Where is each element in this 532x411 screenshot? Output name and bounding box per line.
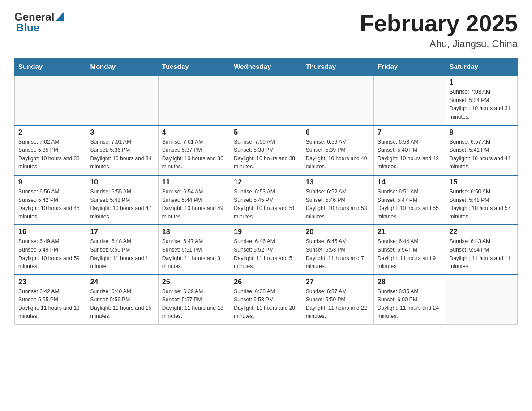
calendar-week-row: 9Sunrise: 6:56 AMSunset: 5:42 PMDaylight… <box>15 175 518 225</box>
calendar-day-19: 19Sunrise: 6:46 AMSunset: 5:52 PMDayligh… <box>230 225 302 274</box>
day-info: Sunrise: 6:37 AMSunset: 5:59 PMDaylight:… <box>306 287 370 321</box>
day-info: Sunrise: 6:47 AMSunset: 5:51 PMDaylight:… <box>162 237 226 270</box>
calendar-day-6: 6Sunrise: 6:59 AMSunset: 5:39 PMDaylight… <box>302 125 373 175</box>
day-info: Sunrise: 6:54 AMSunset: 5:44 PMDaylight:… <box>162 188 226 221</box>
calendar-day-7: 7Sunrise: 6:58 AMSunset: 5:40 PMDaylight… <box>374 125 446 175</box>
calendar-day-3: 3Sunrise: 7:01 AMSunset: 5:36 PMDaylight… <box>86 125 158 175</box>
calendar-day-24: 24Sunrise: 6:40 AMSunset: 5:56 PMDayligh… <box>86 275 158 325</box>
calendar-day-empty <box>158 75 230 125</box>
day-info: Sunrise: 6:38 AMSunset: 5:58 PMDaylight:… <box>234 287 298 321</box>
calendar-day-2: 2Sunrise: 7:02 AMSunset: 5:35 PMDaylight… <box>15 125 86 175</box>
calendar-header-tuesday: Tuesday <box>158 58 230 76</box>
calendar-header-saturday: Saturday <box>446 58 517 76</box>
day-number: 7 <box>378 128 442 137</box>
month-title: February 2025 <box>360 11 518 36</box>
calendar-day-22: 22Sunrise: 6:43 AMSunset: 5:54 PMDayligh… <box>446 225 517 274</box>
day-info: Sunrise: 6:52 AMSunset: 5:46 PMDaylight:… <box>306 188 370 221</box>
svg-marker-0 <box>56 12 64 21</box>
day-number: 8 <box>450 128 514 137</box>
day-number: 5 <box>234 128 298 137</box>
calendar-day-13: 13Sunrise: 6:52 AMSunset: 5:46 PMDayligh… <box>302 175 373 225</box>
day-info: Sunrise: 6:58 AMSunset: 5:40 PMDaylight:… <box>378 138 442 171</box>
day-info: Sunrise: 6:53 AMSunset: 5:45 PMDaylight:… <box>234 188 298 221</box>
day-info: Sunrise: 6:50 AMSunset: 5:48 PMDaylight:… <box>450 188 514 221</box>
day-info: Sunrise: 6:51 AMSunset: 5:47 PMDaylight:… <box>378 188 442 221</box>
day-number: 27 <box>306 278 370 286</box>
calendar-day-8: 8Sunrise: 6:57 AMSunset: 5:41 PMDaylight… <box>446 125 517 175</box>
day-info: Sunrise: 7:01 AMSunset: 5:37 PMDaylight:… <box>162 138 226 171</box>
calendar-day-20: 20Sunrise: 6:45 AMSunset: 5:53 PMDayligh… <box>302 225 373 274</box>
day-info: Sunrise: 6:35 AMSunset: 6:00 PMDaylight:… <box>378 287 442 321</box>
calendar-week-row: 23Sunrise: 6:42 AMSunset: 5:55 PMDayligh… <box>15 275 518 325</box>
day-number: 28 <box>378 278 442 286</box>
day-info: Sunrise: 6:42 AMSunset: 5:55 PMDaylight:… <box>18 287 82 321</box>
calendar-day-14: 14Sunrise: 6:51 AMSunset: 5:47 PMDayligh… <box>374 175 446 225</box>
day-number: 18 <box>162 228 226 236</box>
page-header: General Blue February 2025 Ahu, Jiangsu,… <box>14 11 518 50</box>
day-number: 25 <box>162 278 226 286</box>
day-number: 21 <box>378 228 442 236</box>
calendar-week-row: 16Sunrise: 6:49 AMSunset: 5:49 PMDayligh… <box>15 225 518 274</box>
calendar-header-sunday: Sunday <box>15 58 86 76</box>
day-info: Sunrise: 6:43 AMSunset: 5:54 PMDaylight:… <box>450 237 514 270</box>
calendar-day-4: 4Sunrise: 7:01 AMSunset: 5:37 PMDaylight… <box>158 125 230 175</box>
day-info: Sunrise: 6:48 AMSunset: 5:50 PMDaylight:… <box>90 237 154 270</box>
calendar-day-15: 15Sunrise: 6:50 AMSunset: 5:48 PMDayligh… <box>446 175 517 225</box>
day-number: 24 <box>90 278 154 286</box>
calendar-day-21: 21Sunrise: 6:44 AMSunset: 5:54 PMDayligh… <box>374 225 446 274</box>
calendar-day-25: 25Sunrise: 6:39 AMSunset: 5:57 PMDayligh… <box>158 275 230 325</box>
calendar-week-row: 2Sunrise: 7:02 AMSunset: 5:35 PMDaylight… <box>15 125 518 175</box>
calendar-header-friday: Friday <box>374 58 446 76</box>
day-number: 13 <box>306 178 370 186</box>
calendar-day-10: 10Sunrise: 6:55 AMSunset: 5:43 PMDayligh… <box>86 175 158 225</box>
day-info: Sunrise: 6:40 AMSunset: 5:56 PMDaylight:… <box>90 287 154 321</box>
day-number: 3 <box>90 128 154 137</box>
day-info: Sunrise: 6:46 AMSunset: 5:52 PMDaylight:… <box>234 237 298 270</box>
calendar-day-26: 26Sunrise: 6:38 AMSunset: 5:58 PMDayligh… <box>230 275 302 325</box>
calendar-day-empty <box>374 75 446 125</box>
day-info: Sunrise: 6:45 AMSunset: 5:53 PMDaylight:… <box>306 237 370 270</box>
day-number: 23 <box>18 278 82 286</box>
day-number: 22 <box>450 228 514 236</box>
day-info: Sunrise: 6:39 AMSunset: 5:57 PMDaylight:… <box>162 287 226 321</box>
logo-triangle-icon <box>56 12 64 22</box>
calendar-day-23: 23Sunrise: 6:42 AMSunset: 5:55 PMDayligh… <box>15 275 86 325</box>
calendar-day-empty <box>230 75 302 125</box>
day-number: 4 <box>162 128 226 137</box>
calendar-header-monday: Monday <box>86 58 158 76</box>
calendar-day-empty <box>302 75 373 125</box>
calendar-day-empty <box>446 275 517 325</box>
calendar-day-27: 27Sunrise: 6:37 AMSunset: 5:59 PMDayligh… <box>302 275 373 325</box>
day-number: 1 <box>450 78 514 86</box>
day-info: Sunrise: 7:02 AMSunset: 5:35 PMDaylight:… <box>18 138 82 171</box>
calendar-table: SundayMondayTuesdayWednesdayThursdayFrid… <box>14 58 518 325</box>
calendar-header-row: SundayMondayTuesdayWednesdayThursdayFrid… <box>15 58 518 76</box>
calendar-day-empty <box>15 75 86 125</box>
calendar-day-5: 5Sunrise: 7:00 AMSunset: 5:38 PMDaylight… <box>230 125 302 175</box>
title-area: February 2025 Ahu, Jiangsu, China <box>360 11 518 50</box>
logo: General Blue <box>14 11 64 34</box>
day-number: 11 <box>162 178 226 186</box>
location-title: Ahu, Jiangsu, China <box>360 38 518 50</box>
day-info: Sunrise: 7:00 AMSunset: 5:38 PMDaylight:… <box>234 138 298 171</box>
calendar-header-thursday: Thursday <box>302 58 373 76</box>
calendar-day-11: 11Sunrise: 6:54 AMSunset: 5:44 PMDayligh… <box>158 175 230 225</box>
day-number: 17 <box>90 228 154 236</box>
day-number: 10 <box>90 178 154 186</box>
calendar-day-28: 28Sunrise: 6:35 AMSunset: 6:00 PMDayligh… <box>374 275 446 325</box>
day-info: Sunrise: 6:55 AMSunset: 5:43 PMDaylight:… <box>90 188 154 221</box>
day-number: 16 <box>18 228 82 236</box>
day-number: 19 <box>234 228 298 236</box>
day-info: Sunrise: 6:56 AMSunset: 5:42 PMDaylight:… <box>18 188 82 221</box>
day-info: Sunrise: 7:01 AMSunset: 5:36 PMDaylight:… <box>90 138 154 171</box>
calendar-day-1: 1Sunrise: 7:03 AMSunset: 5:34 PMDaylight… <box>446 75 517 125</box>
calendar-day-17: 17Sunrise: 6:48 AMSunset: 5:50 PMDayligh… <box>86 225 158 274</box>
day-number: 2 <box>18 128 82 137</box>
day-info: Sunrise: 6:44 AMSunset: 5:54 PMDaylight:… <box>378 237 442 270</box>
day-info: Sunrise: 6:59 AMSunset: 5:39 PMDaylight:… <box>306 138 370 171</box>
day-number: 15 <box>450 178 514 186</box>
day-number: 14 <box>378 178 442 186</box>
day-info: Sunrise: 7:03 AMSunset: 5:34 PMDaylight:… <box>450 88 514 121</box>
day-info: Sunrise: 6:57 AMSunset: 5:41 PMDaylight:… <box>450 138 514 171</box>
calendar-day-empty <box>86 75 158 125</box>
